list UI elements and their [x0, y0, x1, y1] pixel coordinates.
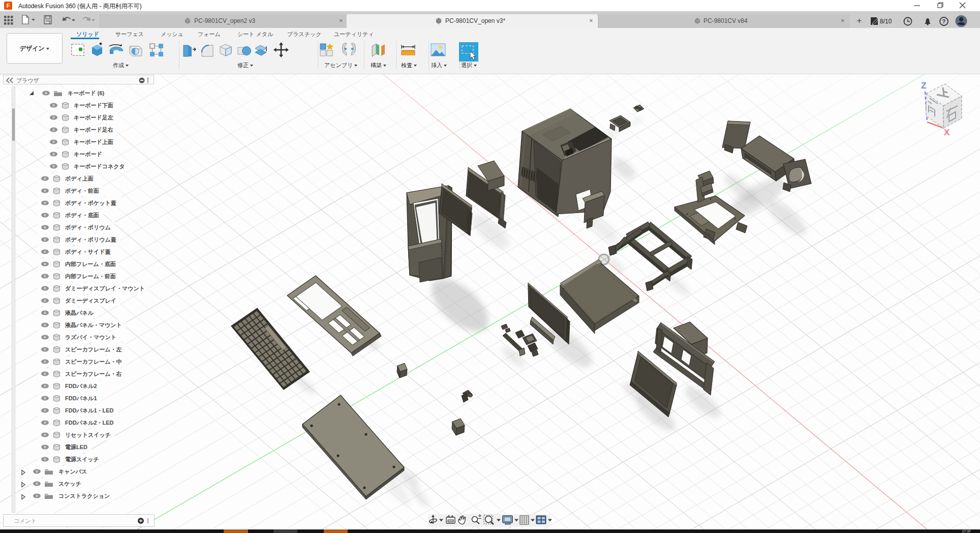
svg-text:X: X	[944, 128, 950, 137]
svg-text:8/10: 8/10	[880, 18, 892, 25]
svg-text:?: ?	[942, 18, 946, 24]
svg-text:Z: Z	[921, 81, 926, 91]
